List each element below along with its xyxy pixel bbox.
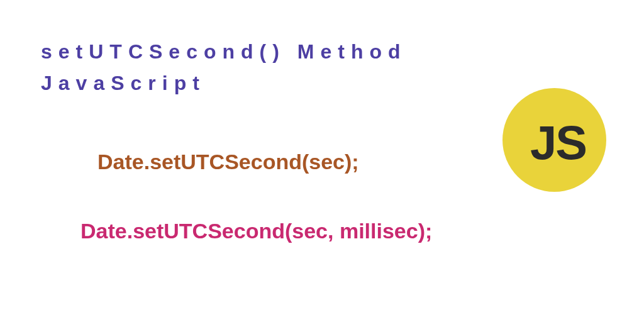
syntax-example-2: Date.setUTCSecond(sec, millisec); xyxy=(80,219,432,243)
title-line-1: setUTCSecond() Method xyxy=(41,36,407,68)
title-line-2: JavaScript xyxy=(41,68,407,99)
page-title: setUTCSecond() Method JavaScript xyxy=(41,36,407,99)
js-logo-text: JS xyxy=(530,115,586,170)
js-logo-badge: JS xyxy=(502,88,606,192)
syntax-example-1: Date.setUTCSecond(sec); xyxy=(97,150,359,174)
